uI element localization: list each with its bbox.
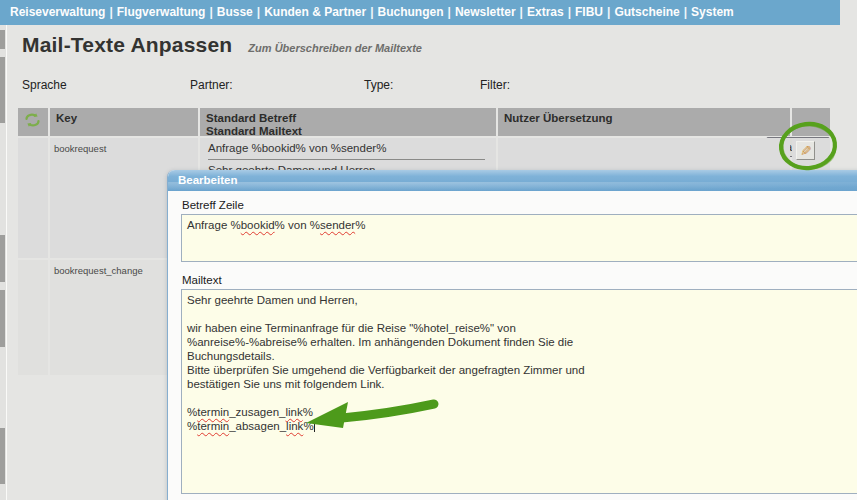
row-icon-cell — [18, 138, 48, 258]
sprache-label: Sprache — [22, 78, 67, 92]
betreff-zeile-label: Betreff Zeile — [182, 199, 244, 211]
row-icon-cell — [18, 260, 48, 375]
top-nav-bar: Reiseverwaltung|Flugverwaltung|Busse|Kun… — [0, 0, 840, 25]
mailtext-line: bestätigen Sie uns mit folgendem Link. — [187, 377, 857, 391]
header-standard-betreff: Standard Betreff — [206, 112, 490, 125]
nav-item-gutscheine[interactable]: Gutscheine — [614, 5, 679, 19]
bearbeiten-modal: Bearbeiten Betreff Zeile Anfrage %bookid… — [167, 170, 857, 500]
table-header-row: Key Standard Betreff Standard Mailtext N… — [18, 108, 830, 136]
nav-item-system[interactable]: System — [691, 5, 734, 19]
mailtext-textarea[interactable]: Sehr geehrte Damen und Herren, wir haben… — [181, 289, 857, 494]
betreff-text: % — [355, 219, 365, 231]
betreff-mailtext-divider — [208, 159, 485, 160]
betreff-text: % von % — [275, 219, 320, 231]
mailtext-label: Mailtext — [182, 274, 222, 286]
type-label: Type: — [364, 78, 393, 92]
filter-label: Filter: — [480, 78, 510, 92]
header-cell-refresh — [18, 108, 48, 136]
page-subtitle: Zum Überschreiben der Mailtexte — [248, 42, 422, 54]
header-cell-standard: Standard Betreff Standard Mailtext — [200, 108, 496, 136]
betreff-text: Anfrage % — [187, 219, 241, 231]
page-header: Mail-Texte Anpassen Zum Überschreiben de… — [22, 33, 422, 57]
nav-item-extras[interactable]: Extras — [527, 5, 564, 19]
header-cell-nutzer: Nutzer Übersetzung — [498, 108, 790, 136]
betreff-text-misspelled: bookid — [241, 219, 275, 231]
nav-item-fibu[interactable]: FIBU — [575, 5, 603, 19]
mailtext-line: wir haben eine Terminanfrage für die Rei… — [187, 321, 857, 335]
mailtext-line-termin-absagen: %termin_absagen_link% — [187, 419, 857, 433]
app-screen: Reiseverwaltung|Flugverwaltung|Busse|Kun… — [0, 0, 857, 500]
nav-item-reiseverwaltung[interactable]: Reiseverwaltung — [10, 5, 105, 19]
modal-title-bar[interactable]: Bearbeiten — [168, 170, 857, 191]
edge-segment — [0, 428, 5, 484]
row-betreff-text: Anfrage %bookid% von %sender% — [208, 142, 488, 154]
nav-item-kunden-partner[interactable]: Kunden & Partner — [264, 5, 366, 19]
nav-separator: | — [109, 5, 112, 19]
nav-separator: | — [448, 5, 451, 19]
mailtext-line: Bitte überprüfen Sie umgehend die Verfüg… — [187, 363, 857, 377]
modal-title: Bearbeiten — [178, 174, 237, 186]
row-key: bookrequest — [50, 138, 198, 159]
nav-item-flugverwaltung[interactable]: Flugverwaltung — [117, 5, 206, 19]
header-cell-key: Key — [50, 108, 198, 136]
nav-separator: | — [257, 5, 260, 19]
nav-separator: | — [209, 5, 212, 19]
partner-label: Partner: — [190, 78, 233, 92]
mailtext-line: Buchungsdetails. — [187, 349, 857, 363]
nav-separator: | — [684, 5, 687, 19]
nav-separator: | — [520, 5, 523, 19]
refresh-icon[interactable] — [24, 112, 41, 128]
edge-segment — [0, 30, 5, 49]
mailtext-line-termin-zusagen: %termin_zusagen_link% — [187, 405, 857, 419]
nav-item-buchungen[interactable]: Buchungen — [378, 5, 444, 19]
edge-segment — [0, 290, 5, 347]
mailtext-line — [187, 307, 857, 321]
edge-segment — [0, 235, 5, 282]
header-cell-actions — [792, 108, 830, 136]
mailtext-line — [187, 391, 857, 405]
nav-separator: | — [607, 5, 610, 19]
header-standard-mailtext: Standard Mailtext — [206, 125, 490, 136]
nav-separator: | — [568, 5, 571, 19]
filter-bar: Sprache deutsch ▼ Partner: --Standard-- … — [0, 68, 857, 98]
nav-item-busse[interactable]: Busse — [217, 5, 253, 19]
text-cursor — [314, 421, 315, 432]
mailtext-line: %anreise%-%abreise% erhalten. Im anhänge… — [187, 335, 857, 349]
page-title: Mail-Texte Anpassen — [22, 33, 232, 57]
betreff-text-misspelled: sender — [320, 219, 355, 231]
betreff-textarea[interactable]: Anfrage %bookid% von %sender% — [181, 214, 857, 262]
nav-separator: | — [370, 5, 373, 19]
pencil-icon: ✎ — [800, 144, 812, 158]
edit-mailtext-button[interactable]: ✎ — [796, 141, 815, 160]
nav-item-newsletter[interactable]: Newsletter — [455, 5, 516, 19]
mailtext-line: Sehr geehrte Damen und Herren, — [187, 293, 857, 307]
